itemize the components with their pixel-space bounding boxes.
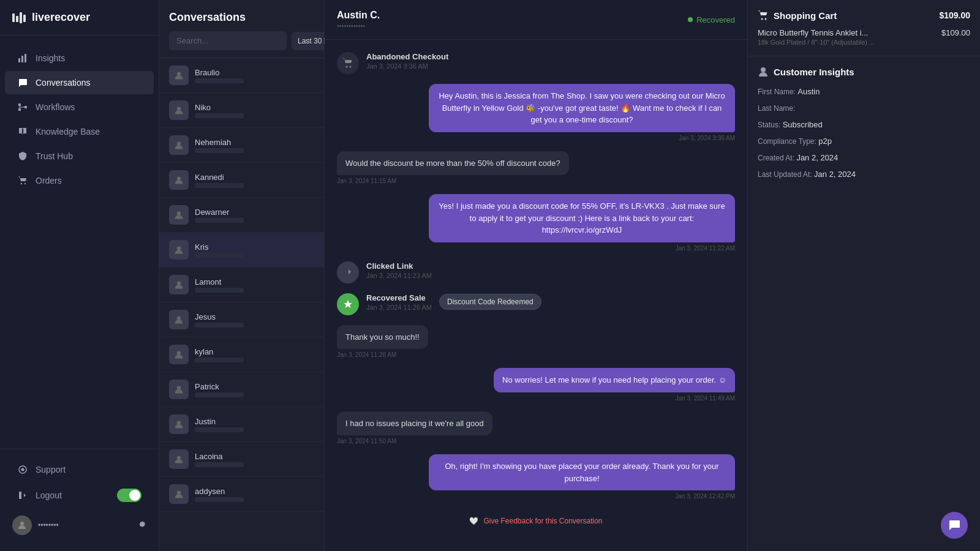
conv-info: Nehemiah xyxy=(195,138,308,153)
list-item[interactable]: Nehemiah xyxy=(159,128,324,163)
customer-insights-section: Customer Insights First Name: AustinLast… xyxy=(748,56,980,551)
search-input[interactable] xyxy=(169,31,287,50)
event-content: Abandoned Checkout Jan 3, 2024 3:36 AM xyxy=(366,52,448,70)
gear-icon[interactable] xyxy=(137,520,146,531)
conv-preview xyxy=(195,497,244,502)
svg-rect-9 xyxy=(24,106,27,108)
conversations-header: Conversations Last 30 Days ▾ xyxy=(159,0,324,58)
cart-header: Shopping Cart $109.00 xyxy=(758,10,970,21)
conv-avatar xyxy=(169,345,189,364)
message-bubble: I had no issues placing it we're all goo… xyxy=(337,411,492,436)
svg-point-26 xyxy=(177,386,181,389)
logout-icon xyxy=(17,490,28,501)
conv-preview xyxy=(195,462,244,467)
svg-point-18 xyxy=(177,107,181,110)
conv-info: Jesus xyxy=(195,312,308,328)
svg-point-31 xyxy=(350,66,352,68)
nav-bottom: Support Logout •••••••• xyxy=(0,449,159,551)
list-item[interactable]: Patrick xyxy=(159,372,324,407)
event-time: Jan 3, 2024 11:23 AM xyxy=(366,272,432,279)
chat-main: Austin C. •••••••••••• Recovered Abandon… xyxy=(325,0,747,551)
conv-avatar xyxy=(169,205,189,225)
trust-hub-label: Trust Hub xyxy=(36,151,73,161)
conv-preview xyxy=(195,218,244,223)
conv-name: kylan xyxy=(195,347,308,356)
list-item[interactable]: Niko xyxy=(159,93,324,128)
list-item[interactable]: kylan xyxy=(159,337,324,372)
right-panel: Shopping Cart $109.00 Micro Butterfly Te… xyxy=(747,0,980,551)
svg-rect-3 xyxy=(23,15,26,22)
sidebar-item-trust-hub[interactable]: Trust Hub xyxy=(5,144,154,168)
conv-info: Patrick xyxy=(195,382,308,397)
list-item[interactable]: Lacoina xyxy=(159,442,324,477)
chat-fab-button[interactable] xyxy=(941,512,968,539)
insight-label: Created At: Jan 2, 2024 xyxy=(758,153,970,162)
sidebar-item-logout[interactable]: Logout xyxy=(5,482,154,508)
insight-row: Created At: Jan 2, 2024 xyxy=(758,153,970,162)
message-time: Jan 3, 2024 11:49 AM xyxy=(494,395,735,402)
list-item[interactable]: Dewarner xyxy=(159,198,324,233)
conv-avatar xyxy=(169,310,189,329)
support-label: Support xyxy=(36,465,66,474)
message-bubble: No worries! Let me know if you need help… xyxy=(494,368,735,392)
cart-title: Shopping Cart xyxy=(758,10,837,21)
conv-name: Kannedi xyxy=(195,173,308,182)
sidebar-item-conversations[interactable]: Conversations xyxy=(5,71,154,94)
conv-name: Lamont xyxy=(195,277,308,287)
feedback-label: Give Feedback for this Conversation xyxy=(483,517,602,525)
logout-toggle[interactable] xyxy=(117,489,141,502)
list-item[interactable]: Justin xyxy=(159,407,324,442)
book-icon xyxy=(17,126,28,137)
message-time: Jan 3, 2024 3:36 AM xyxy=(429,135,735,141)
insight-row: Last Updated At: Jan 2, 2024 xyxy=(758,170,970,179)
orders-label: Orders xyxy=(36,176,62,186)
svg-point-33 xyxy=(765,18,767,20)
svg-point-34 xyxy=(761,67,766,72)
list-item[interactable]: Kannedi xyxy=(159,163,324,198)
conv-preview xyxy=(195,392,244,397)
list-item[interactable]: Kris xyxy=(159,233,324,268)
sidebar-item-workflows[interactable]: Workflows xyxy=(5,96,154,119)
chat-messages: Abandoned Checkout Jan 3, 2024 3:36 AM H… xyxy=(325,40,747,551)
user-name: •••••••• xyxy=(38,521,59,530)
sidebar-item-insights[interactable]: Insights xyxy=(5,47,154,70)
svg-point-12 xyxy=(21,183,22,184)
cart-item-price: $109.00 xyxy=(941,28,970,37)
sidebar-item-support[interactable]: Support xyxy=(5,458,154,481)
message-time: Jan 3, 2024 11:15 AM xyxy=(337,178,569,184)
insight-label: Last Updated At: Jan 2, 2024 xyxy=(758,170,970,179)
conv-avatar xyxy=(169,240,189,260)
message-time: Jan 3, 2024 12:42 PM xyxy=(429,493,735,500)
list-item[interactable]: Braulio xyxy=(159,58,324,93)
svg-point-16 xyxy=(20,522,24,525)
message-bubble: Hey Austin, this is Jessica from The Sho… xyxy=(429,84,735,132)
workflows-label: Workflows xyxy=(36,102,75,112)
insight-value: p2p xyxy=(818,137,832,146)
svg-rect-2 xyxy=(20,12,22,23)
message-incoming-content: Would the discount be more than the 50% … xyxy=(337,151,569,185)
conv-name: Lacoina xyxy=(195,452,308,461)
sidebar-item-orders[interactable]: Orders xyxy=(5,169,154,192)
list-item[interactable]: addysen xyxy=(159,477,324,512)
svg-point-30 xyxy=(346,66,348,68)
sidebar-item-knowledge-base[interactable]: Knowledge Base xyxy=(5,120,154,143)
feedback-row[interactable]: 🤍 Give Feedback for this Conversation xyxy=(337,509,735,533)
conv-info: Justin xyxy=(195,417,308,432)
logo-area: liverecover xyxy=(0,0,159,36)
list-item[interactable]: Lamont xyxy=(159,268,324,302)
message-outgoing-content: Hey Austin, this is Jessica from The Sho… xyxy=(429,84,735,141)
feedback-heart-icon: 🤍 xyxy=(469,517,478,525)
list-item[interactable]: Jesus xyxy=(159,302,324,337)
workflow-icon xyxy=(17,102,28,113)
conv-info: addysen xyxy=(195,487,308,502)
message-incoming: Thank you so much!! Jan 3, 2024 11:28 AM xyxy=(337,325,735,359)
chart-bar-icon xyxy=(17,53,28,64)
recovered-status: Recovered xyxy=(696,15,735,24)
insights-header: Customer Insights xyxy=(758,66,970,77)
svg-point-23 xyxy=(177,281,181,285)
conv-info: Braulio xyxy=(195,68,308,83)
message-incoming: Would the discount be more than the 50% … xyxy=(337,151,735,185)
app-name: liverecover xyxy=(32,11,90,24)
cart-item-row: Micro Butterfly Tennis Anklet i... $109.… xyxy=(758,28,970,37)
svg-point-22 xyxy=(177,246,181,250)
